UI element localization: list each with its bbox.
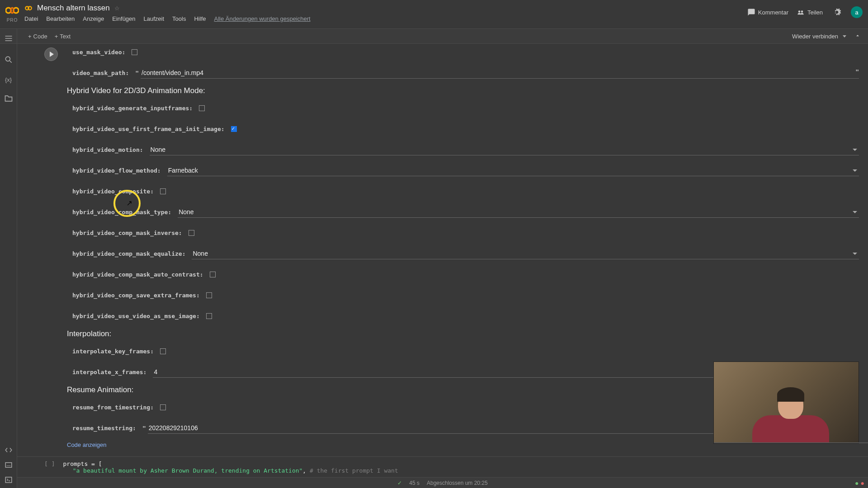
hybrid-comp-mask-auto-contrast-checkbox[interactable] bbox=[210, 272, 216, 277]
param-label: hybrid_video_composite: bbox=[72, 188, 154, 195]
svg-point-4 bbox=[28, 6, 32, 10]
connection-good-icon: ● bbox=[855, 479, 859, 487]
comment-button[interactable]: Kommentar bbox=[747, 8, 788, 16]
menu-datei[interactable]: Datei bbox=[24, 15, 38, 22]
param-label: hybrid_video_comp_mask_type: bbox=[72, 209, 171, 216]
svg-point-6 bbox=[801, 10, 803, 13]
notebook-icon bbox=[24, 4, 33, 12]
hybrid-video-motion-select[interactable]: None bbox=[150, 144, 859, 155]
param-label: video_mask_path: bbox=[72, 70, 129, 76]
status-time: 45 s bbox=[409, 480, 420, 486]
resume-from-timestring-checkbox[interactable] bbox=[160, 404, 166, 410]
menu-bearbeiten[interactable]: Bearbeiten bbox=[46, 15, 75, 22]
status-check-icon: ✓ bbox=[397, 480, 402, 486]
code-snippets-icon[interactable] bbox=[5, 446, 13, 455]
code-cell[interactable]: [ ]prompts = [ "a beautiful mount by Ash… bbox=[17, 456, 868, 478]
menu-hilfe[interactable]: Hilfe bbox=[194, 15, 206, 22]
variables-icon[interactable]: {x} bbox=[5, 76, 12, 83]
hybrid-comp-mask-equalize-select[interactable]: None bbox=[192, 248, 859, 259]
share-button[interactable]: Teilen bbox=[797, 8, 823, 16]
svg-point-7 bbox=[5, 56, 10, 61]
interpolate-key-frames-checkbox[interactable] bbox=[160, 348, 166, 354]
save-status: Alle Änderungen wurden gespeichert bbox=[214, 15, 310, 22]
param-label: hybrid_video_flow_method: bbox=[72, 167, 161, 174]
user-avatar[interactable]: a bbox=[851, 6, 863, 18]
run-cell-button[interactable] bbox=[44, 47, 58, 61]
param-label: use_mask_video: bbox=[72, 49, 125, 56]
svg-rect-9 bbox=[5, 477, 12, 483]
colab-logo-icon[interactable] bbox=[5, 4, 19, 17]
star-icon[interactable]: ☆ bbox=[114, 5, 120, 12]
param-label: resume_from_timestring: bbox=[72, 404, 154, 411]
section-heading-hybrid: Hybrid Video for 2D/3D Animation Mode: bbox=[67, 86, 859, 95]
svg-point-2 bbox=[11, 8, 14, 13]
terminal-icon[interactable] bbox=[5, 476, 13, 485]
hybrid-generate-inputframes-checkbox[interactable] bbox=[199, 105, 205, 111]
param-label: hybrid_video_comp_save_extra_frames: bbox=[72, 292, 200, 299]
hybrid-flow-method-select[interactable]: Farneback bbox=[167, 165, 859, 176]
webcam-overlay bbox=[713, 361, 859, 444]
cell-gutter: [ ] bbox=[44, 460, 55, 467]
param-label: hybrid_video_comp_mask_inverse: bbox=[72, 230, 182, 236]
command-palette-icon[interactable] bbox=[5, 461, 13, 470]
param-label: hybrid_video_comp_mask_auto_contrast: bbox=[72, 271, 203, 278]
param-label: hybrid_video_comp_mask_equalize: bbox=[72, 250, 185, 257]
param-label: hybrid_video_generate_inputframes: bbox=[72, 105, 193, 112]
param-label: hybrid_video_use_first_frame_as_init_ima… bbox=[72, 126, 225, 132]
hybrid-comp-save-extra-frames-checkbox[interactable] bbox=[206, 292, 212, 298]
use-mask-video-checkbox[interactable] bbox=[132, 49, 137, 55]
settings-button[interactable] bbox=[831, 6, 843, 18]
status-done: Abgeschlossen um 20:25 bbox=[427, 480, 488, 486]
menu-laufzeit[interactable]: Laufzeit bbox=[144, 15, 165, 22]
video-mask-path-input[interactable] bbox=[141, 67, 859, 79]
menu-tools[interactable]: Tools bbox=[172, 15, 186, 22]
hybrid-composite-checkbox[interactable] bbox=[160, 188, 166, 194]
hybrid-comp-mask-inverse-checkbox[interactable] bbox=[189, 230, 194, 236]
gear-icon bbox=[832, 8, 841, 17]
notebook-title[interactable]: Mensch altern lassen bbox=[37, 4, 110, 13]
menu-einfuegen[interactable]: Einfügen bbox=[112, 15, 135, 22]
share-icon bbox=[797, 8, 805, 16]
files-icon[interactable] bbox=[4, 94, 13, 104]
param-label: hybrid_video_motion: bbox=[72, 146, 143, 153]
param-label: resume_timestring: bbox=[72, 425, 136, 432]
add-code-button[interactable]: + Code bbox=[24, 31, 51, 42]
collapse-button[interactable] bbox=[851, 31, 864, 42]
param-label: hybrid_video_use_video_as_mse_image: bbox=[72, 313, 200, 319]
comment-icon bbox=[747, 8, 755, 16]
svg-rect-8 bbox=[5, 463, 12, 468]
add-text-button[interactable]: + Text bbox=[51, 31, 74, 42]
pro-badge: PRO bbox=[7, 18, 18, 23]
toc-icon[interactable] bbox=[4, 34, 13, 44]
connection-bad-icon: ● bbox=[861, 479, 864, 487]
param-label: interpolate_x_frames: bbox=[72, 369, 146, 375]
menu-anzeige[interactable]: Anzeige bbox=[83, 15, 104, 22]
hybrid-comp-mask-type-select[interactable]: None bbox=[178, 206, 859, 218]
param-label: interpolate_key_frames: bbox=[72, 348, 154, 355]
search-icon[interactable] bbox=[4, 55, 13, 66]
hybrid-first-frame-init-checkbox[interactable] bbox=[231, 126, 237, 132]
svg-point-5 bbox=[798, 10, 801, 13]
reconnect-button[interactable]: Wieder verbinden bbox=[792, 33, 846, 40]
section-heading-interpolation: Interpolation: bbox=[67, 329, 859, 338]
chevron-up-icon bbox=[854, 33, 861, 39]
hybrid-use-video-as-mse-checkbox[interactable] bbox=[206, 313, 212, 319]
